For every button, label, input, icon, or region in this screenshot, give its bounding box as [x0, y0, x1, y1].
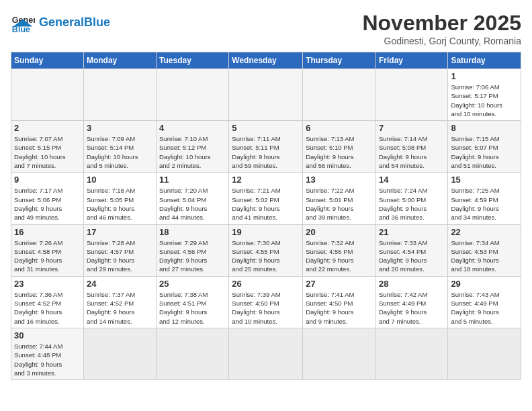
day-info: Sunrise: 7:38 AMSunset: 4:51 PMDaylight:… [159, 290, 226, 326]
day-info: Sunrise: 7:10 AMSunset: 5:12 PMDaylight:… [159, 134, 226, 170]
day-number: 3 [87, 123, 153, 133]
day-info: Sunrise: 7:09 AMSunset: 5:14 PMDaylight:… [87, 134, 153, 170]
calendar-cell: 4Sunrise: 7:10 AMSunset: 5:12 PMDaylight… [157, 121, 229, 173]
calendar-cell [229, 69, 303, 121]
day-number: 2 [14, 123, 81, 133]
calendar-cell: 1Sunrise: 7:06 AMSunset: 5:17 PMDaylight… [448, 69, 521, 121]
day-number: 4 [159, 123, 226, 133]
day-info: Sunrise: 7:22 AMSunset: 5:01 PMDaylight:… [306, 186, 373, 222]
calendar-week-row: 9Sunrise: 7:17 AMSunset: 5:06 PMDaylight… [11, 173, 521, 224]
day-number: 27 [306, 279, 373, 289]
day-number: 16 [14, 227, 81, 237]
calendar-cell: 14Sunrise: 7:24 AMSunset: 5:00 PMDayligh… [375, 173, 447, 224]
calendar-table: SundayMondayTuesdayWednesdayThursdayFrid… [11, 52, 521, 380]
column-header-saturday: Saturday [448, 52, 521, 69]
day-number: 7 [379, 123, 445, 133]
day-number: 29 [451, 279, 518, 289]
day-info: Sunrise: 7:30 AMSunset: 4:55 PMDaylight:… [232, 238, 300, 274]
calendar-cell: 11Sunrise: 7:20 AMSunset: 5:04 PMDayligh… [157, 173, 229, 224]
calendar-cell: 20Sunrise: 7:32 AMSunset: 4:55 PMDayligh… [303, 224, 376, 276]
calendar-week-row: 23Sunrise: 7:36 AMSunset: 4:52 PMDayligh… [11, 276, 521, 328]
day-info: Sunrise: 7:37 AMSunset: 4:52 PMDaylight:… [87, 290, 153, 326]
column-header-friday: Friday [375, 52, 447, 69]
day-info: Sunrise: 7:36 AMSunset: 4:52 PMDaylight:… [14, 290, 81, 326]
calendar-cell: 21Sunrise: 7:33 AMSunset: 4:54 PMDayligh… [375, 224, 447, 276]
logo-general: General [39, 15, 84, 29]
calendar-cell [157, 69, 229, 121]
day-number: 1 [451, 71, 518, 81]
day-info: Sunrise: 7:28 AMSunset: 4:57 PMDaylight:… [87, 238, 153, 274]
calendar-cell: 29Sunrise: 7:43 AMSunset: 4:49 PMDayligh… [448, 276, 521, 328]
day-info: Sunrise: 7:06 AMSunset: 5:17 PMDaylight:… [451, 83, 518, 118]
day-info: Sunrise: 7:39 AMSunset: 4:50 PMDaylight:… [232, 290, 300, 326]
calendar-cell: 22Sunrise: 7:34 AMSunset: 4:53 PMDayligh… [448, 224, 521, 276]
day-number: 15 [451, 175, 518, 185]
column-header-sunday: Sunday [11, 52, 84, 69]
day-info: Sunrise: 7:29 AMSunset: 4:56 PMDaylight:… [159, 238, 226, 274]
day-info: Sunrise: 7:17 AMSunset: 5:06 PMDaylight:… [14, 186, 81, 222]
day-info: Sunrise: 7:13 AMSunset: 5:10 PMDaylight:… [306, 134, 373, 170]
day-info: Sunrise: 7:11 AMSunset: 5:11 PMDaylight:… [232, 134, 300, 170]
calendar-cell: 28Sunrise: 7:42 AMSunset: 4:49 PMDayligh… [375, 276, 447, 328]
calendar-cell [303, 69, 376, 121]
calendar-cell: 17Sunrise: 7:28 AMSunset: 4:57 PMDayligh… [83, 224, 156, 276]
column-header-thursday: Thursday [303, 52, 376, 69]
day-number: 21 [379, 227, 445, 237]
calendar-cell: 8Sunrise: 7:15 AMSunset: 5:07 PMDaylight… [448, 121, 521, 173]
day-info: Sunrise: 7:25 AMSunset: 4:59 PMDaylight:… [451, 186, 518, 222]
day-number: 6 [306, 123, 373, 133]
calendar-week-row: 30Sunrise: 7:44 AMSunset: 4:48 PMDayligh… [11, 328, 521, 379]
day-info: Sunrise: 7:42 AMSunset: 4:49 PMDaylight:… [379, 290, 445, 326]
calendar-cell: 30Sunrise: 7:44 AMSunset: 4:48 PMDayligh… [11, 328, 84, 379]
day-number: 8 [451, 123, 518, 133]
logo-blue-text: Blue [84, 15, 110, 29]
day-info: Sunrise: 7:33 AMSunset: 4:54 PMDaylight:… [379, 238, 445, 274]
calendar-cell [375, 69, 447, 121]
day-number: 28 [379, 279, 445, 289]
calendar-cell: 10Sunrise: 7:18 AMSunset: 5:05 PMDayligh… [83, 173, 156, 224]
calendar-cell: 18Sunrise: 7:29 AMSunset: 4:56 PMDayligh… [157, 224, 229, 276]
day-number: 12 [232, 175, 300, 185]
calendar-cell [157, 328, 229, 379]
day-info: Sunrise: 7:34 AMSunset: 4:53 PMDaylight:… [451, 238, 518, 274]
calendar-cell: 13Sunrise: 7:22 AMSunset: 5:01 PMDayligh… [303, 173, 376, 224]
day-number: 24 [87, 279, 153, 289]
title-block: November 2025 Godinesti, Gorj County, Ro… [362, 11, 521, 46]
calendar-cell: 12Sunrise: 7:21 AMSunset: 5:02 PMDayligh… [229, 173, 303, 224]
calendar-week-row: 1Sunrise: 7:06 AMSunset: 5:17 PMDaylight… [11, 69, 521, 121]
calendar-cell: 19Sunrise: 7:30 AMSunset: 4:55 PMDayligh… [229, 224, 303, 276]
day-info: Sunrise: 7:41 AMSunset: 4:50 PMDaylight:… [306, 290, 373, 326]
day-number: 10 [87, 175, 153, 185]
day-info: Sunrise: 7:20 AMSunset: 5:04 PMDaylight:… [159, 186, 226, 222]
calendar-cell [303, 328, 376, 379]
logo-text: GeneralBlue [39, 16, 110, 30]
calendar-cell: 15Sunrise: 7:25 AMSunset: 4:59 PMDayligh… [448, 173, 521, 224]
location-subtitle: Godinesti, Gorj County, Romania [362, 36, 521, 46]
day-number: 13 [306, 175, 373, 185]
day-info: Sunrise: 7:15 AMSunset: 5:07 PMDaylight:… [451, 134, 518, 170]
calendar-cell: 23Sunrise: 7:36 AMSunset: 4:52 PMDayligh… [11, 276, 84, 328]
day-number: 20 [306, 227, 373, 237]
column-header-monday: Monday [83, 52, 156, 69]
page-header: General Blue GeneralBlue November 2025 G… [11, 11, 521, 46]
calendar-header-row: SundayMondayTuesdayWednesdayThursdayFrid… [11, 52, 521, 69]
calendar-cell [448, 328, 521, 379]
calendar-cell: 27Sunrise: 7:41 AMSunset: 4:50 PMDayligh… [303, 276, 376, 328]
day-info: Sunrise: 7:32 AMSunset: 4:55 PMDaylight:… [306, 238, 373, 274]
logo-icon: General Blue [11, 11, 35, 35]
calendar-cell [83, 69, 156, 121]
day-info: Sunrise: 7:21 AMSunset: 5:02 PMDaylight:… [232, 186, 300, 222]
day-number: 23 [14, 279, 81, 289]
calendar-cell [229, 328, 303, 379]
calendar-cell: 5Sunrise: 7:11 AMSunset: 5:11 PMDaylight… [229, 121, 303, 173]
svg-text:Blue: Blue [12, 25, 30, 34]
day-number: 22 [451, 227, 518, 237]
column-header-tuesday: Tuesday [157, 52, 229, 69]
day-info: Sunrise: 7:43 AMSunset: 4:49 PMDaylight:… [451, 290, 518, 326]
day-number: 11 [159, 175, 226, 185]
calendar-cell: 2Sunrise: 7:07 AMSunset: 5:15 PMDaylight… [11, 121, 84, 173]
day-number: 14 [379, 175, 445, 185]
day-info: Sunrise: 7:18 AMSunset: 5:05 PMDaylight:… [87, 186, 153, 222]
calendar-week-row: 16Sunrise: 7:26 AMSunset: 4:58 PMDayligh… [11, 224, 521, 276]
calendar-week-row: 2Sunrise: 7:07 AMSunset: 5:15 PMDaylight… [11, 121, 521, 173]
